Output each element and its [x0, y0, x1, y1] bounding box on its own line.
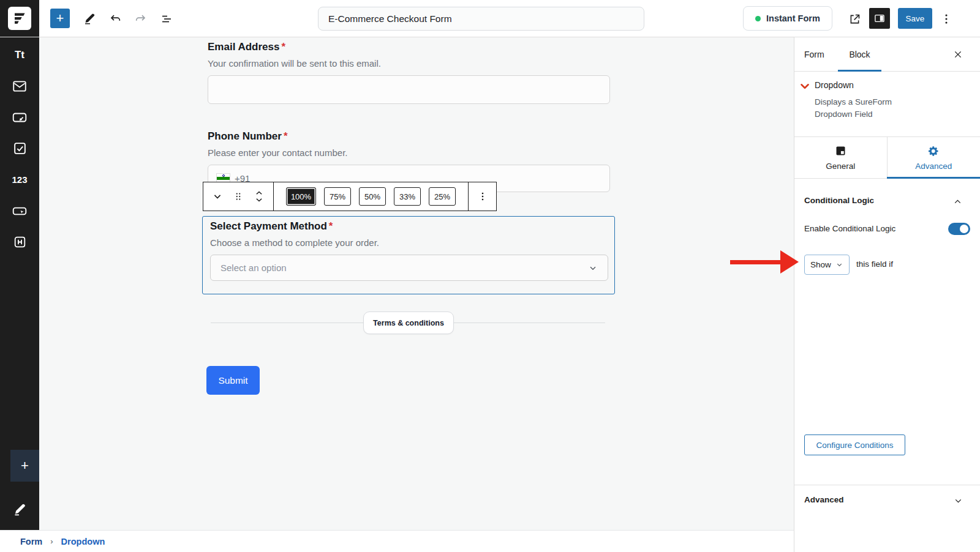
payment-label: Select Payment Method*	[210, 220, 614, 233]
chevron-down-icon	[953, 496, 963, 506]
conditional-logic-toggle-on[interactable]	[948, 223, 970, 235]
tab-general[interactable]: General	[794, 137, 888, 178]
width-25-button[interactable]: 25%	[429, 187, 456, 206]
form-title-input[interactable]	[318, 7, 644, 31]
condition-suffix-text: this field if	[856, 259, 893, 269]
field-tools-sidebar: Tt 123 +	[0, 37, 39, 530]
block-title: Dropdown	[815, 80, 854, 90]
redo-icon[interactable]	[133, 11, 149, 27]
required-asterisk: *	[281, 41, 285, 53]
settings-panel: Form Block Dropdown Displays a SureForm …	[794, 37, 980, 552]
close-icon[interactable]	[953, 50, 963, 59]
text-field-icon[interactable]: Tt	[0, 39, 39, 70]
dropdown-field-icon[interactable]	[0, 195, 39, 226]
instant-form-button[interactable]: Instant Form	[743, 6, 832, 31]
active-tab-underline	[887, 177, 980, 179]
email-help-text: Your confirmation will be sent to this e…	[208, 58, 610, 69]
width-33-button[interactable]: 33%	[394, 187, 421, 206]
settings-tab-bar: General Advanced	[794, 137, 980, 179]
undo-icon[interactable]	[107, 11, 123, 27]
block-description: Displays a SureForm Dropdown Field	[815, 96, 916, 121]
instant-form-label: Instant Form	[766, 13, 820, 23]
editor-canvas: Email Address* Your confirmation will be…	[39, 37, 794, 530]
list-view-icon[interactable]	[159, 11, 175, 27]
more-options-kebab-icon[interactable]	[938, 11, 954, 27]
drag-handle-icon[interactable]	[229, 185, 247, 207]
dropdown-block-icon	[798, 80, 812, 93]
breadcrumb-dropdown-link[interactable]: Dropdown	[61, 537, 105, 546]
sureforms-logo-icon	[8, 7, 31, 30]
block-icon	[834, 144, 847, 157]
phone-label: Phone Number*	[208, 130, 610, 143]
configure-conditions-button[interactable]: Configure Conditions	[804, 435, 905, 455]
required-asterisk: *	[329, 220, 333, 232]
width-100-button[interactable]: 100%	[286, 187, 316, 206]
panel-tab-bar: Form Block	[794, 37, 980, 72]
textarea-field-icon[interactable]	[0, 102, 39, 133]
select-placeholder: Select an option	[221, 263, 287, 273]
breadcrumb: Form › Dropdown	[0, 530, 794, 552]
block-inserter-button[interactable]: +	[50, 9, 70, 28]
save-button[interactable]: Save	[898, 8, 932, 29]
block-options-kebab-icon[interactable]	[473, 185, 492, 207]
top-bar: + Instant Form Save	[0, 0, 980, 37]
settings-sidebar-toggle-button[interactable]	[869, 8, 890, 29]
block-info-card: Dropdown Displays a SureForm Dropdown Fi…	[794, 72, 980, 137]
gear-icon	[927, 145, 940, 157]
enable-conditional-logic-row: Enable Conditional Logic	[794, 220, 980, 239]
phone-help-text: Please enter your contact number.	[208, 147, 610, 158]
tab-block[interactable]: Block	[838, 37, 881, 72]
enable-conditional-logic-label: Enable Conditional Logic	[804, 224, 895, 233]
email-field-block[interactable]: Email Address* Your confirmation will be…	[208, 41, 610, 104]
submit-button[interactable]: Submit	[206, 366, 260, 395]
number-field-icon[interactable]: 123	[0, 164, 39, 195]
chevron-up-icon	[952, 196, 963, 207]
tab-form[interactable]: Form	[804, 37, 824, 72]
condition-action-select[interactable]: Show	[804, 255, 850, 275]
conditional-logic-section-header[interactable]: Conditional Logic	[794, 186, 980, 217]
email-field-icon[interactable]	[0, 70, 39, 102]
checkbox-field-icon[interactable]	[0, 133, 39, 164]
add-field-button[interactable]: +	[10, 450, 39, 482]
tab-advanced[interactable]: Advanced	[888, 137, 980, 178]
width-50-button[interactable]: 50%	[359, 187, 386, 206]
width-75-button[interactable]: 75%	[324, 187, 351, 206]
email-input[interactable]	[208, 75, 610, 104]
email-label: Email Address*	[208, 41, 610, 53]
terms-separator-block[interactable]: Terms & conditions	[363, 311, 454, 334]
required-asterisk: *	[284, 130, 288, 142]
status-dot-icon	[755, 16, 761, 21]
condition-action-row: Show this field if	[794, 255, 980, 275]
sureforms-logo[interactable]	[0, 0, 39, 37]
hidden-field-icon[interactable]	[0, 226, 39, 258]
payment-method-select[interactable]: Select an option	[210, 255, 608, 281]
block-mover-up-down-icon[interactable]	[250, 185, 268, 207]
advanced-section-header[interactable]: Advanced	[794, 485, 980, 516]
payment-help-text: Choose a method to complete your order.	[210, 237, 614, 248]
chevron-down-icon	[588, 263, 598, 273]
block-toolbar: 100% 75% 50% 33% 25%	[203, 182, 497, 211]
chevron-down-icon	[835, 261, 843, 269]
edit-tool-icon[interactable]	[81, 11, 97, 27]
breadcrumb-separator: ›	[50, 537, 53, 546]
dropdown-field-block-selected[interactable]: Select Payment Method* Choose a method t…	[202, 216, 615, 294]
breadcrumb-form-link[interactable]: Form	[20, 537, 42, 546]
preview-external-link-icon[interactable]	[846, 11, 862, 27]
edit-pencil-icon[interactable]	[12, 502, 28, 518]
block-type-switcher-chevron-icon[interactable]	[208, 185, 227, 207]
